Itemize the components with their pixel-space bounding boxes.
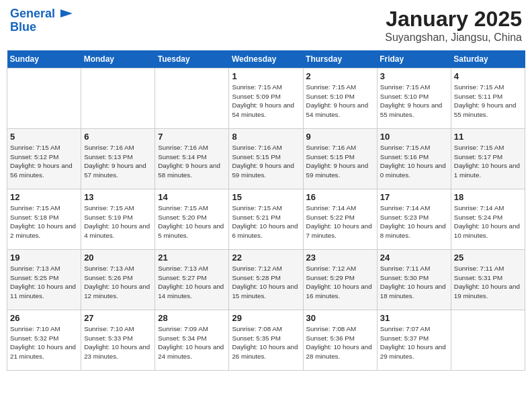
calendar-day-cell: 24Sunrise: 7:11 AM Sunset: 5:30 PM Dayli… <box>377 250 451 310</box>
day-of-week-header: Thursday <box>303 50 377 68</box>
day-number: 26 <box>10 313 78 323</box>
day-number: 1 <box>232 71 300 81</box>
day-info: Sunrise: 7:08 AM Sunset: 5:36 PM Dayligh… <box>306 324 374 361</box>
calendar-day-cell: 13Sunrise: 7:15 AM Sunset: 5:19 PM Dayli… <box>81 189 155 250</box>
day-info: Sunrise: 7:15 AM Sunset: 5:16 PM Dayligh… <box>380 143 448 180</box>
calendar-week-row: 1Sunrise: 7:15 AM Sunset: 5:09 PM Daylig… <box>7 68 525 129</box>
calendar-day-cell: 3Sunrise: 7:15 AM Sunset: 5:10 PM Daylig… <box>377 68 451 129</box>
calendar-table: SundayMondayTuesdayWednesdayThursdayFrid… <box>7 50 525 371</box>
calendar-week-row: 5Sunrise: 7:15 AM Sunset: 5:12 PM Daylig… <box>7 129 525 189</box>
calendar-day-cell: 22Sunrise: 7:12 AM Sunset: 5:28 PM Dayli… <box>229 250 303 310</box>
day-number: 4 <box>454 71 522 81</box>
calendar-day-cell: 7Sunrise: 7:16 AM Sunset: 5:14 PM Daylig… <box>155 129 229 189</box>
day-of-week-header: Saturday <box>451 50 525 68</box>
day-number: 31 <box>380 313 448 323</box>
day-info: Sunrise: 7:16 AM Sunset: 5:15 PM Dayligh… <box>306 143 374 180</box>
day-info: Sunrise: 7:16 AM Sunset: 5:13 PM Dayligh… <box>84 143 152 180</box>
day-number: 21 <box>158 253 226 263</box>
calendar-day-cell: 8Sunrise: 7:16 AM Sunset: 5:15 PM Daylig… <box>229 129 303 189</box>
day-info: Sunrise: 7:14 AM Sunset: 5:22 PM Dayligh… <box>306 203 374 240</box>
calendar-title-block: January 2025 Suyangshan, Jiangsu, China <box>385 7 522 44</box>
logo-flag-icon <box>59 8 74 20</box>
day-info: Sunrise: 7:15 AM Sunset: 5:20 PM Dayligh… <box>158 203 226 240</box>
calendar-day-cell: 17Sunrise: 7:14 AM Sunset: 5:23 PM Dayli… <box>377 189 451 250</box>
logo-blue-text: Blue <box>10 20 74 34</box>
calendar-day-cell: 26Sunrise: 7:10 AM Sunset: 5:32 PM Dayli… <box>7 310 81 371</box>
day-info: Sunrise: 7:11 AM Sunset: 5:31 PM Dayligh… <box>454 264 522 301</box>
calendar-day-cell: 25Sunrise: 7:11 AM Sunset: 5:31 PM Dayli… <box>451 250 525 310</box>
calendar-day-cell: 30Sunrise: 7:08 AM Sunset: 5:36 PM Dayli… <box>303 310 377 371</box>
calendar-day-cell <box>451 310 525 371</box>
calendar-day-cell: 4Sunrise: 7:15 AM Sunset: 5:11 PM Daylig… <box>451 68 525 129</box>
calendar-header: SundayMondayTuesdayWednesdayThursdayFrid… <box>7 50 525 68</box>
day-number: 5 <box>10 132 78 142</box>
calendar-day-cell: 23Sunrise: 7:12 AM Sunset: 5:29 PM Dayli… <box>303 250 377 310</box>
page-header: General Blue January 2025 Suyangshan, Ji… <box>7 7 525 44</box>
calendar-day-cell: 28Sunrise: 7:09 AM Sunset: 5:34 PM Dayli… <box>155 310 229 371</box>
day-info: Sunrise: 7:15 AM Sunset: 5:10 PM Dayligh… <box>380 83 448 120</box>
day-number: 30 <box>306 313 374 323</box>
calendar-day-cell: 21Sunrise: 7:13 AM Sunset: 5:27 PM Dayli… <box>155 250 229 310</box>
calendar-day-cell: 1Sunrise: 7:15 AM Sunset: 5:09 PM Daylig… <box>229 68 303 129</box>
day-info: Sunrise: 7:11 AM Sunset: 5:30 PM Dayligh… <box>380 264 448 301</box>
calendar-day-cell: 16Sunrise: 7:14 AM Sunset: 5:22 PM Dayli… <box>303 189 377 250</box>
day-info: Sunrise: 7:15 AM Sunset: 5:17 PM Dayligh… <box>454 143 522 180</box>
day-info: Sunrise: 7:15 AM Sunset: 5:11 PM Dayligh… <box>454 83 522 120</box>
day-info: Sunrise: 7:14 AM Sunset: 5:24 PM Dayligh… <box>454 203 522 240</box>
calendar-day-cell: 5Sunrise: 7:15 AM Sunset: 5:12 PM Daylig… <box>7 129 81 189</box>
calendar-day-cell: 10Sunrise: 7:15 AM Sunset: 5:16 PM Dayli… <box>377 129 451 189</box>
calendar-day-cell: 18Sunrise: 7:14 AM Sunset: 5:24 PM Dayli… <box>451 189 525 250</box>
day-number: 8 <box>232 132 300 142</box>
day-info: Sunrise: 7:10 AM Sunset: 5:32 PM Dayligh… <box>10 324 78 361</box>
day-number: 22 <box>232 253 300 263</box>
day-of-week-header: Friday <box>377 50 451 68</box>
header-row: SundayMondayTuesdayWednesdayThursdayFrid… <box>7 50 525 68</box>
day-info: Sunrise: 7:14 AM Sunset: 5:23 PM Dayligh… <box>380 203 448 240</box>
day-info: Sunrise: 7:09 AM Sunset: 5:34 PM Dayligh… <box>158 324 226 361</box>
calendar-day-cell <box>81 68 155 129</box>
day-number: 23 <box>306 253 374 263</box>
calendar-day-cell <box>155 68 229 129</box>
day-number: 11 <box>454 132 522 142</box>
day-info: Sunrise: 7:13 AM Sunset: 5:27 PM Dayligh… <box>158 264 226 301</box>
day-number: 6 <box>84 132 152 142</box>
calendar-day-cell: 6Sunrise: 7:16 AM Sunset: 5:13 PM Daylig… <box>81 129 155 189</box>
day-info: Sunrise: 7:15 AM Sunset: 5:21 PM Dayligh… <box>232 203 300 240</box>
day-info: Sunrise: 7:12 AM Sunset: 5:29 PM Dayligh… <box>306 264 374 301</box>
calendar-day-cell: 19Sunrise: 7:13 AM Sunset: 5:25 PM Dayli… <box>7 250 81 310</box>
calendar-day-cell: 29Sunrise: 7:08 AM Sunset: 5:35 PM Dayli… <box>229 310 303 371</box>
calendar-body: 1Sunrise: 7:15 AM Sunset: 5:09 PM Daylig… <box>7 68 525 371</box>
day-info: Sunrise: 7:08 AM Sunset: 5:35 PM Dayligh… <box>232 324 300 361</box>
logo-text: General <box>10 7 74 21</box>
calendar-day-cell: 11Sunrise: 7:15 AM Sunset: 5:17 PM Dayli… <box>451 129 525 189</box>
calendar-day-cell: 9Sunrise: 7:16 AM Sunset: 5:15 PM Daylig… <box>303 129 377 189</box>
day-info: Sunrise: 7:13 AM Sunset: 5:25 PM Dayligh… <box>10 264 78 301</box>
calendar-subtitle: Suyangshan, Jiangsu, China <box>385 32 522 44</box>
calendar-week-row: 19Sunrise: 7:13 AM Sunset: 5:25 PM Dayli… <box>7 250 525 310</box>
day-info: Sunrise: 7:10 AM Sunset: 5:33 PM Dayligh… <box>84 324 152 361</box>
calendar-day-cell: 20Sunrise: 7:13 AM Sunset: 5:26 PM Dayli… <box>81 250 155 310</box>
calendar-day-cell: 14Sunrise: 7:15 AM Sunset: 5:20 PM Dayli… <box>155 189 229 250</box>
day-info: Sunrise: 7:13 AM Sunset: 5:26 PM Dayligh… <box>84 264 152 301</box>
day-number: 29 <box>232 313 300 323</box>
day-number: 20 <box>84 253 152 263</box>
calendar-day-cell: 2Sunrise: 7:15 AM Sunset: 5:10 PM Daylig… <box>303 68 377 129</box>
calendar-title: January 2025 <box>385 7 522 32</box>
day-number: 25 <box>454 253 522 263</box>
day-number: 28 <box>158 313 226 323</box>
day-number: 24 <box>380 253 448 263</box>
calendar-week-row: 12Sunrise: 7:15 AM Sunset: 5:18 PM Dayli… <box>7 189 525 250</box>
day-info: Sunrise: 7:15 AM Sunset: 5:12 PM Dayligh… <box>10 143 78 180</box>
day-info: Sunrise: 7:15 AM Sunset: 5:18 PM Dayligh… <box>10 203 78 240</box>
day-of-week-header: Wednesday <box>229 50 303 68</box>
day-info: Sunrise: 7:16 AM Sunset: 5:14 PM Dayligh… <box>158 143 226 180</box>
logo: General Blue <box>10 7 74 34</box>
day-number: 10 <box>380 132 448 142</box>
day-number: 19 <box>10 253 78 263</box>
calendar-day-cell: 27Sunrise: 7:10 AM Sunset: 5:33 PM Dayli… <box>81 310 155 371</box>
calendar-day-cell: 12Sunrise: 7:15 AM Sunset: 5:18 PM Dayli… <box>7 189 81 250</box>
day-number: 16 <box>306 192 374 202</box>
day-of-week-header: Monday <box>81 50 155 68</box>
day-number: 7 <box>158 132 226 142</box>
day-info: Sunrise: 7:15 AM Sunset: 5:09 PM Dayligh… <box>232 83 300 120</box>
